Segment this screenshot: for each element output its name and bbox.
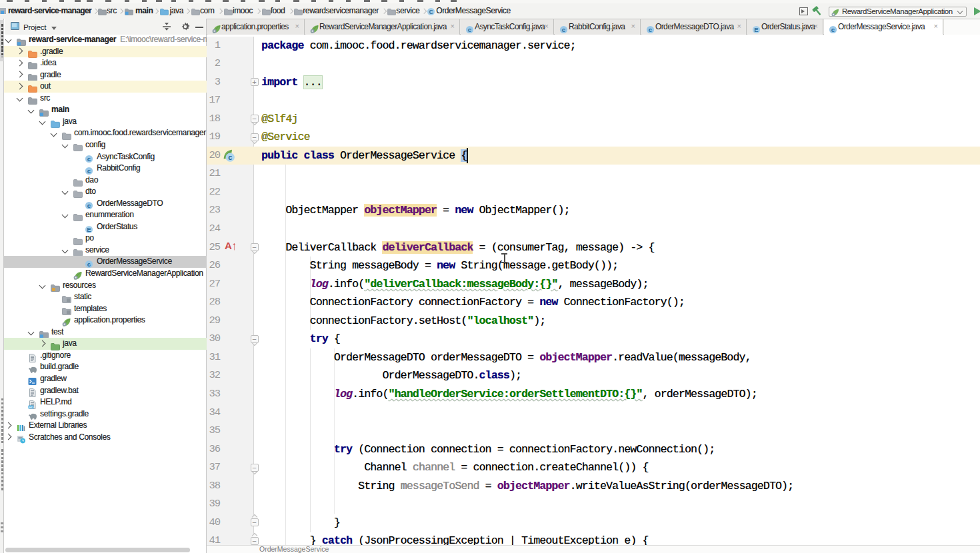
svg-text:c: c [562, 25, 565, 33]
svg-text:E: E [754, 25, 758, 33]
svg-text:C: C [429, 8, 433, 15]
svg-text:c: c [87, 167, 91, 174]
svg-text:c: c [87, 155, 91, 163]
svg-text:c: c [87, 261, 91, 268]
svg-text:c: c [468, 25, 471, 33]
svg-text:c: c [87, 202, 91, 209]
svg-text:MD: MD [29, 405, 33, 408]
svg-text:c: c [831, 25, 835, 33]
svg-text:c: c [228, 153, 232, 161]
svg-text:c: c [649, 25, 652, 33]
svg-text:E: E [87, 225, 91, 233]
